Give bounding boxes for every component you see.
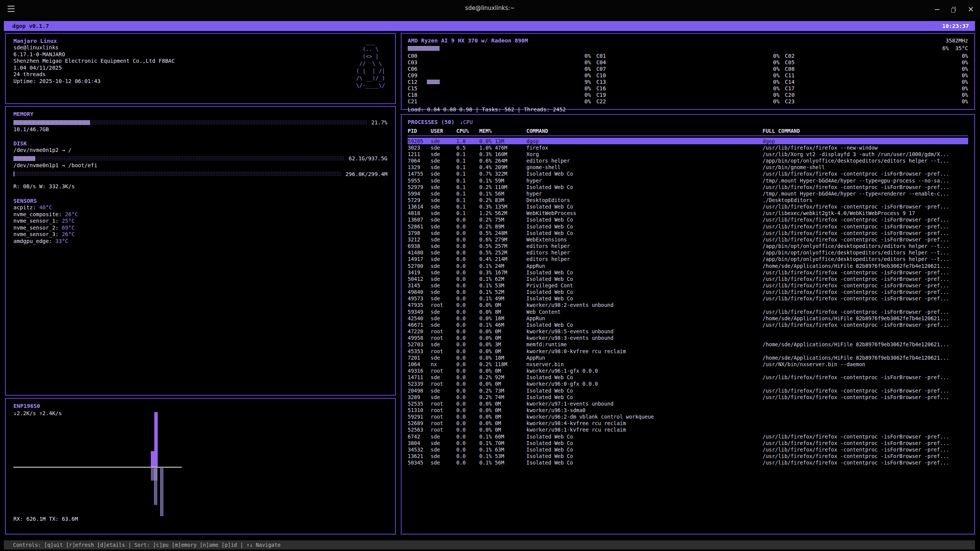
process-row[interactable]: 6742sde0.00.1% 60MIsolated Web Co/usr/li…: [408, 433, 968, 440]
core-bar: [427, 67, 571, 71]
cpu-core-cell: C030%: [408, 59, 591, 65]
process-cell: 0.0: [456, 302, 479, 308]
process-row[interactable]: 52979sde0.10.2% 110MIsolated Web Co/usr/…: [408, 184, 968, 190]
core-bar: [804, 86, 948, 91]
process-row[interactable]: 13607sde0.00.2% 75MIsolated Web Co/usr/l…: [408, 217, 968, 223]
process-row[interactable]: 47935root0.00.0% 0Mkworker/u98:2-events_…: [408, 302, 968, 308]
process-cell: Web Content: [526, 309, 763, 315]
process-cell: 0.1% 60M: [479, 434, 526, 440]
process-row[interactable]: 3798sde0.00.5% 248MIsolated Web Co/usr/l…: [408, 230, 968, 236]
process-row[interactable]: 3023sde0.51.0% 476Mfirefox/usr/lib/firef…: [408, 144, 968, 151]
process-cell: AppRun: [526, 355, 763, 361]
process-row[interactable]: 52861sde0.00.2% 89MIsolated Web Co/usr/l…: [408, 223, 968, 230]
maximize-button[interactable]: [951, 6, 957, 12]
process-cell: 0.2% 89M: [479, 223, 526, 230]
process-row[interactable]: 5955sde0.10.1% 59Mhyper/tmp/.mount_Hyper…: [408, 177, 968, 184]
process-row[interactable]: 13621sde0.00.1% 53MIsolated Web Co/usr/l…: [408, 453, 968, 460]
process-row[interactable]: 3419sde0.00.3% 167MIsolated Web Co/usr/l…: [408, 269, 968, 276]
process-row[interactable]: 51310root0.00.0% 0Mkworker/u96:3-sdma0: [408, 407, 968, 413]
core-label: C02: [785, 53, 800, 59]
process-row[interactable]: 59349sde0.00.0% 8MWeb Content/usr/lib/fi…: [408, 308, 968, 315]
process-row[interactable]: 49840sde0.00.1% 52MIsolated Web Co/usr/l…: [408, 289, 968, 295]
process-row[interactable]: 7201sde0.00.0% 18MAppRun/home/sde/Applic…: [408, 354, 968, 361]
process-row[interactable]: 45353root0.00.0% 0Mkworker/u98:0-kvfree_…: [408, 348, 968, 354]
column-header[interactable]: COMMAND: [526, 128, 763, 134]
memory-bar-row: 21.7%: [13, 119, 387, 126]
process-row[interactable]: 49573sde0.00.1% 49MIsolated Web Co/usr/l…: [408, 295, 968, 302]
process-row[interactable]: 3212sde0.00.6% 279MWebExtensions/usr/lib…: [408, 236, 968, 243]
process-cell: root: [431, 335, 456, 341]
process-table-body[interactable]: 59205sde1.00.0% 13Mdgopdgop3023sde0.51.0…: [408, 138, 968, 466]
core-percent: 0%: [763, 66, 779, 72]
sort-indicator[interactable]: ↓CPU: [460, 119, 473, 126]
cpu-core-cell: C220%: [596, 98, 780, 105]
process-row[interactable]: 47220root0.00.0% 0Mkworker/u98:5-events_…: [408, 328, 968, 335]
tux-ascii-art: ___ (.. \ (<> | // \ \ ( | | /| /\ __)/_…: [353, 38, 385, 89]
process-row[interactable]: 52689root0.00.0% 0Mkworker/u98:4-kvfree_…: [408, 420, 968, 427]
process-cell: 0.0: [456, 453, 479, 459]
process-row[interactable]: 1064nx0.00.2% 118Mnxserver.bin/usr/NX/bi…: [408, 361, 968, 367]
process-row[interactable]: 7064sde0.10.6% 264Meditors_helper/app/bi…: [408, 157, 968, 164]
process-row[interactable]: 50412sde0.00.1% 62MIsolated Web Co/usr/l…: [408, 276, 968, 282]
process-cell: kworker/u96:1-gfx_0.0.0: [526, 368, 763, 374]
process-cell: Isolated Web Co: [526, 295, 763, 302]
process-cell: gnome-shell: [526, 164, 763, 170]
process-row[interactable]: 50345sde0.00.1% 56MIsolated Web Co/usr/l…: [408, 460, 968, 466]
process-row[interactable]: 20498sde0.00.2% 73MIsolated Web Co/usr/l…: [408, 387, 968, 394]
minimize-button[interactable]: [934, 6, 940, 12]
process-cell: root: [431, 381, 456, 387]
column-header[interactable]: PID: [408, 128, 431, 134]
process-cell: sde: [431, 447, 456, 453]
process-row[interactable]: 5729sde0.10.2% 83MDesktopEditors./Deskto…: [408, 197, 968, 203]
process-row[interactable]: 41480sde0.00.5% 252Meditors_helper/app/b…: [408, 249, 968, 256]
process-row[interactable]: 4818sde0.11.2% 562MWebKitWebProcess/usr/…: [408, 210, 968, 217]
cpu-core-cell: C080%: [785, 65, 968, 72]
process-cell: /usr/lib/firefox/firefox -contentproc -i…: [763, 309, 968, 315]
process-row[interactable]: 3804sde0.00.1% 70MIsolated Web Co/usr/li…: [408, 440, 968, 446]
core-bar: [804, 67, 948, 71]
process-row[interactable]: 52700sde0.00.1% 24MAppRun/home/sde/Appli…: [408, 262, 968, 269]
close-button[interactable]: [968, 6, 974, 12]
disk-bar-efi: [13, 171, 341, 176]
disk-bar-root: [13, 156, 344, 161]
process-row[interactable]: 52563root0.00.0% 0Mkworker/u98:1-kvfree_…: [408, 427, 968, 433]
process-cell: root: [431, 302, 456, 308]
process-row[interactable]: 14711sde0.00.2% 92MIsolated Web Co/usr/l…: [408, 374, 968, 381]
process-row[interactable]: 3145sde0.00.1% 53MPrivileged Cont/usr/li…: [408, 282, 968, 289]
process-row[interactable]: 14755sde0.10.7% 322MIsolated Web Co/usr/…: [408, 171, 968, 177]
column-header[interactable]: USER: [431, 128, 456, 134]
network-rates: ↓2.2K/s ↑2.4K/s: [13, 410, 387, 417]
process-cell: sde: [431, 184, 456, 190]
process-row[interactable]: 1329sde0.10.4% 209Mgnome-shell/usr/bin/g…: [408, 164, 968, 171]
core-bar: [804, 54, 948, 58]
network-interface: ENP196S0: [13, 403, 387, 409]
column-header[interactable]: MEM%: [479, 128, 526, 134]
process-row-selected[interactable]: 59205sde1.00.0% 13Mdgopdgop: [408, 138, 968, 144]
process-row[interactable]: 6938sde0.00.5% 257Meditors_helper/app/bi…: [408, 243, 968, 249]
process-row[interactable]: 14917sde0.00.4% 214Meditors_helper/app/b…: [408, 256, 968, 262]
process-row[interactable]: 49958root0.00.0% 0Mkworker/u98:3-events_…: [408, 335, 968, 341]
core-bar: [804, 73, 948, 78]
process-cell: 52689: [408, 420, 431, 426]
cpu-overall-bar: [408, 46, 938, 51]
process-row[interactable]: 52339root0.00.0% 0Mkworker/u96:0-gfx_0.0…: [408, 381, 968, 387]
process-row[interactable]: 3289sde0.00.2% 74MIsolated Web Co/usr/li…: [408, 394, 968, 400]
process-row[interactable]: 5994sde0.10.1% 56Mhyper/tmp/.mount_Hyper…: [408, 190, 968, 197]
process-cell: /usr/lib/firefox/firefox -contentproc -i…: [763, 394, 968, 400]
core-label: C20: [785, 92, 800, 98]
process-row[interactable]: 34532sde0.00.1% 63MIsolated Web Co/usr/l…: [408, 446, 968, 453]
process-row[interactable]: 49316root0.00.0% 0Mkworker/u96:1-gfx_0.0…: [408, 367, 968, 374]
column-header[interactable]: FULL COMMAND: [763, 128, 968, 134]
process-row[interactable]: 46671sde0.00.1% 46MIsolated Web Co/usr/l…: [408, 321, 968, 328]
cpu-core-cell: C210%: [408, 98, 591, 105]
process-row[interactable]: 42540sde0.00.0% 18MAppRun/home/sde/Appli…: [408, 315, 968, 321]
process-cell: 7064: [408, 158, 431, 164]
process-row[interactable]: 52535root0.00.0% 0Mkworker/u97:1-events_…: [408, 400, 968, 407]
process-cell: 5955: [408, 178, 431, 184]
process-row[interactable]: 1211sde0.10.3% 160MXorg/usr/lib/Xorg vt2…: [408, 151, 968, 157]
process-cell: kworker/u97:1-events_unbound: [526, 401, 763, 407]
column-header[interactable]: CPU%: [456, 128, 479, 134]
process-row[interactable]: 59291root0.00.0% 0Mkworker/u96:2-dm_vbla…: [408, 414, 968, 420]
process-row[interactable]: 52703sde0.00.0% 3Mmemfd:runtime/home/sde…: [408, 341, 968, 348]
process-row[interactable]: 13614sde0.10.3% 135MIsolated Web Co/usr/…: [408, 204, 968, 210]
